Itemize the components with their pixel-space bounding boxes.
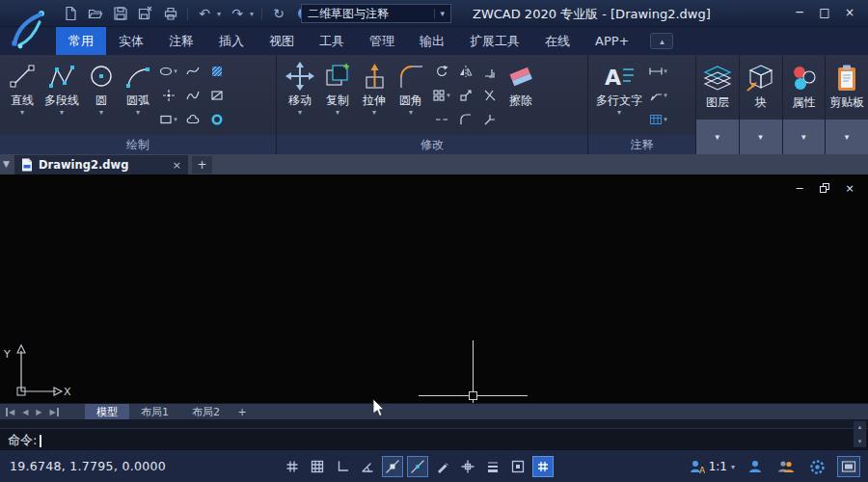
tool-fillet[interactable]: 圆角 ▾ [393,57,429,135]
small-tool-offset[interactable] [477,61,502,82]
layer-panel-expander[interactable]: ▾ [696,120,739,154]
tab-online[interactable]: 在线 [532,27,583,55]
settings-gear-button[interactable] [806,456,827,477]
scroll-down-icon[interactable]: ▾ [858,438,862,445]
tool-properties[interactable]: 属性 ▾ [783,55,827,154]
tool-stretch[interactable]: 拉伸 ▾ [356,57,393,135]
user-button[interactable] [745,456,766,477]
scroll-up-icon[interactable]: ▴ [858,423,862,431]
small-tool-explode[interactable] [477,109,502,130]
tool-block[interactable]: 块 ▾ [740,55,783,154]
fullscreen-button[interactable] [837,456,860,477]
panel-label-annotate[interactable]: 注释 [588,135,695,154]
small-tool-revcloud[interactable] [180,109,204,130]
close-button[interactable]: × [839,3,860,22]
snap-toggle[interactable] [282,456,303,477]
osnap-toggle[interactable] [382,456,403,477]
file-tab-menu-button[interactable]: ▼ [3,159,10,169]
tool-layer[interactable]: 图层 ▾ [696,55,740,154]
tab-output[interactable]: 输出 [407,27,457,55]
save-button[interactable] [112,5,129,22]
ribbon-collapse-button[interactable]: ▴ [650,33,673,49]
minimize-button[interactable]: ─ [789,3,810,22]
small-tool-rotate[interactable] [429,61,453,82]
command-input[interactable]: 命令: [8,432,41,449]
small-tool-hatch[interactable] [204,61,229,82]
small-tool-region[interactable] [204,85,229,106]
doc-minimize-button[interactable]: ─ [793,182,806,194]
tool-move[interactable]: 移动 ▾ [281,57,319,135]
small-tool-spline[interactable] [180,61,204,82]
save-as-button[interactable] [137,5,154,22]
undo-dropdown-arrow[interactable]: ▾ [217,10,221,18]
block-panel-expander[interactable]: ▾ [740,120,782,154]
small-tool-mirror[interactable] [453,61,477,82]
panel-label-modify[interactable]: 修改 [277,135,587,154]
tool-copy[interactable]: 复制 ▾ [319,57,356,135]
layout-first-button[interactable]: ◀ [6,408,14,416]
tab-solid[interactable]: 实体 [106,27,156,55]
drawing-canvas[interactable]: ─ × Y X [0,174,868,403]
small-tool-ellipse[interactable]: ▾ [156,61,180,82]
tab-express[interactable]: 扩展工具 [457,27,532,55]
redo-dropdown-arrow[interactable]: ▾ [250,10,254,18]
new-drawing-tab-button[interactable]: + [192,156,212,174]
file-tab-active[interactable]: Drawing2.dwg × [14,155,188,174]
small-tool-break[interactable] [429,109,453,130]
small-tool-point[interactable] [156,85,180,106]
layout-tab-model[interactable]: 模型 [85,404,129,420]
tab-app-plus[interactable]: APP+ [583,27,641,55]
open-file-button[interactable] [87,5,104,22]
collaboration-button[interactable] [775,456,797,477]
lineweight-toggle[interactable] [482,456,503,477]
tab-annotate[interactable]: 注释 [156,27,206,55]
layout-next-button[interactable]: ▶ [36,408,41,416]
tool-circle[interactable]: 圆 ▾ [83,57,120,135]
print-button[interactable] [162,5,179,22]
layout-tab-layout2[interactable]: 布局2 [180,404,231,420]
annotation-scale-control[interactable]: A 1:1 ▾ [690,459,735,474]
dynamic-ucs-toggle[interactable] [532,456,554,477]
selection-cycling-toggle[interactable] [507,456,529,477]
zwcad-logo[interactable] [6,5,50,51]
small-tool-table[interactable]: ▾ [646,109,670,130]
doc-restore-button[interactable] [818,182,831,194]
clipboard-panel-expander[interactable]: ▾ [826,120,868,154]
doc-close-button[interactable]: × [843,182,856,194]
small-tool-array[interactable]: ▾ [429,85,453,106]
small-tool-freehand[interactable] [180,85,204,106]
layout-tab-add-button[interactable]: + [231,404,253,420]
command-scrollbar[interactable]: ▴ ▾ [854,421,866,447]
small-tool-dimension[interactable]: ▾ [646,61,670,82]
small-tool-scale[interactable] [453,85,477,106]
tool-arc[interactable]: 圆弧 ▾ [120,57,156,135]
properties-panel-expander[interactable]: ▾ [783,120,826,154]
polar-tracking-toggle[interactable] [407,456,428,477]
layout-tab-layout1[interactable]: 布局1 [129,404,180,420]
small-tool-donut[interactable] [204,109,229,130]
panel-label-draw[interactable]: 绘制 [0,135,276,154]
tool-polyline[interactable]: 多段线 ▾ [41,57,83,135]
tool-line[interactable]: 直线 ▾ [4,57,41,135]
tool-mtext[interactable]: A 多行文字 ▾ [592,57,646,135]
dynamic-input-toggle[interactable] [457,456,478,477]
small-tool-rectangle[interactable]: ▾ [156,109,180,130]
workspace-selector[interactable]: 二维草图与注释 ▾ [301,4,451,23]
tab-insert[interactable]: 插入 [206,27,257,55]
command-line-window[interactable]: 命令: ▴ ▾ [0,419,868,449]
grid-toggle[interactable] [307,456,328,477]
tab-view[interactable]: 视图 [257,27,307,55]
new-file-button[interactable] [62,5,79,22]
undo-button[interactable]: ↶ [196,5,213,22]
layout-prev-button[interactable]: ◀ [22,408,28,416]
file-tab-close-icon[interactable]: × [173,159,181,172]
small-tool-fillet-edge[interactable] [453,109,477,130]
tab-tools[interactable]: 工具 [307,27,357,55]
small-tool-trim[interactable] [477,85,502,106]
small-tool-leader[interactable]: ▾ [646,85,670,106]
sync-button[interactable]: ↻ [270,5,287,22]
layout-last-button[interactable]: ▶ [49,408,58,416]
object-tracking-toggle[interactable] [432,456,453,477]
tool-clipboard[interactable]: 剪贴板 ▾ [826,55,868,154]
tab-home[interactable]: 常用 [56,27,106,55]
